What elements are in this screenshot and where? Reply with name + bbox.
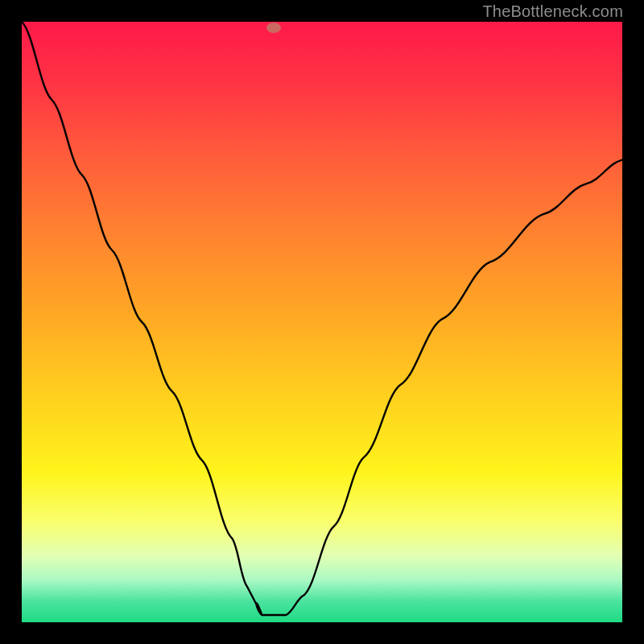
- curve-line: [22, 22, 622, 615]
- chart-frame: TheBottleneck.com: [0, 0, 644, 644]
- bottleneck-curve: [0, 0, 644, 644]
